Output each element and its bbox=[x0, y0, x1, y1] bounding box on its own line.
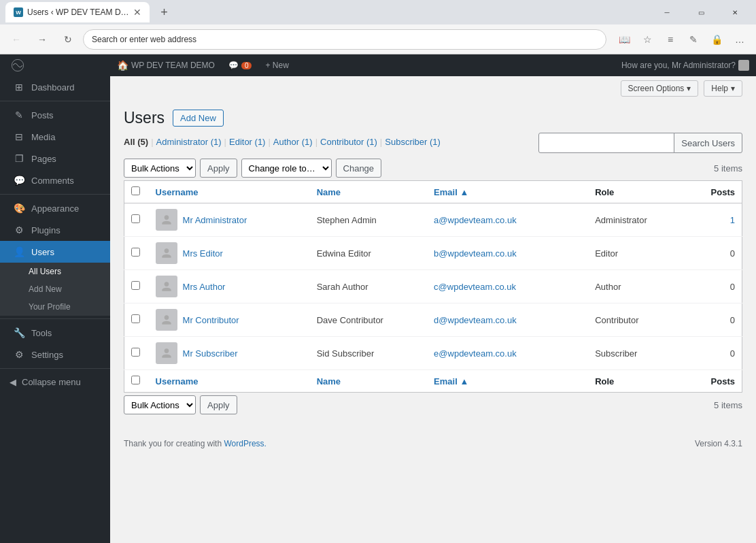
user-link-0[interactable]: Mr Administrator bbox=[156, 209, 247, 231]
row-posts-1: 0 bbox=[683, 237, 742, 270]
address-bar[interactable]: Search or enter web address bbox=[83, 29, 606, 50]
admin-bar-new[interactable]: + New bbox=[258, 54, 295, 76]
sidebar-label-comments: Comments bbox=[31, 176, 74, 186]
sidebar-item-comments[interactable]: 💬 Comments bbox=[0, 169, 110, 191]
user-avatar-3 bbox=[156, 309, 177, 331]
back-button[interactable]: ← bbox=[5, 29, 27, 50]
email-link-4[interactable]: e@wpdevteam.co.uk bbox=[434, 348, 517, 359]
admin-bar-site[interactable]: 🏠 WP DEV TEAM DEMO bbox=[110, 54, 222, 76]
filter-tabs: All (5) | Administrator (1) | Editor (1)… bbox=[124, 137, 441, 147]
help-button[interactable]: Help ▾ bbox=[704, 80, 742, 97]
email-link-1[interactable]: b@wpdevteam.co.uk bbox=[434, 248, 517, 259]
filter-tab-author[interactable]: Author (1) bbox=[273, 137, 313, 147]
row-username-4: Mr Subscriber bbox=[149, 337, 310, 370]
username-sort-link-bottom[interactable]: Username bbox=[156, 376, 199, 386]
extensions-icon[interactable]: 🔒 bbox=[706, 29, 727, 50]
add-new-button[interactable]: Add New bbox=[173, 110, 224, 127]
row-checkbox-0 bbox=[124, 203, 149, 237]
sidebar-item-plugins[interactable]: ⚙ Plugins bbox=[0, 219, 110, 241]
change-role-select[interactable]: Change role to… bbox=[241, 159, 332, 178]
edit-icon[interactable]: ✎ bbox=[683, 29, 704, 50]
reader-view-icon[interactable]: 📖 bbox=[613, 29, 635, 50]
row-select-3[interactable] bbox=[131, 314, 140, 323]
users-submenu: All Users Add New Your Profile bbox=[0, 263, 110, 316]
items-count-bottom: 5 items bbox=[714, 400, 742, 410]
users-table: Username Name Email ▲ Role Posts bbox=[124, 180, 742, 393]
sidebar-label-appearance: Appearance bbox=[31, 203, 79, 214]
row-select-4[interactable] bbox=[131, 348, 140, 357]
collapse-menu-item[interactable]: ◀ Collapse menu bbox=[0, 372, 110, 393]
toolbar-bottom: Bulk Actions Apply 5 items bbox=[124, 395, 742, 414]
apply-button-bottom[interactable]: Apply bbox=[200, 395, 237, 414]
search-input[interactable] bbox=[538, 133, 674, 153]
email-sort-link[interactable]: Email ▲ bbox=[434, 187, 468, 197]
forward-button[interactable]: → bbox=[31, 29, 53, 50]
sidebar-item-media[interactable]: ⊟ Media bbox=[0, 126, 110, 148]
new-tab-button[interactable]: + bbox=[155, 3, 174, 22]
name-sort-link[interactable]: Name bbox=[317, 187, 341, 197]
submenu-your-profile[interactable]: Your Profile bbox=[0, 298, 110, 316]
th-checkbox bbox=[124, 181, 149, 203]
minimize-button[interactable]: ─ bbox=[651, 2, 683, 22]
sidebar-item-settings[interactable]: ⚙ Settings bbox=[0, 344, 110, 365]
username-sort-link[interactable]: Username bbox=[156, 187, 199, 197]
sidebar-item-pages[interactable]: ❐ Pages bbox=[0, 148, 110, 169]
row-select-0[interactable] bbox=[131, 214, 140, 223]
row-select-2[interactable] bbox=[131, 281, 140, 290]
comments-badge: 0 bbox=[241, 62, 252, 69]
row-name-3: Dave Contributor bbox=[310, 303, 427, 337]
filter-tab-subscriber[interactable]: Subscriber (1) bbox=[385, 137, 441, 147]
filter-tab-contributor[interactable]: Contributor (1) bbox=[320, 137, 377, 147]
select-all-checkbox-top[interactable] bbox=[131, 186, 140, 195]
wp-logo[interactable] bbox=[10, 57, 26, 73]
menu-icon[interactable]: ≡ bbox=[659, 29, 681, 50]
sidebar-item-posts[interactable]: ✎ Posts bbox=[0, 104, 110, 126]
home-icon: 🏠 bbox=[117, 60, 128, 71]
restore-button[interactable]: ▭ bbox=[685, 2, 717, 22]
bookmark-icon[interactable]: ☆ bbox=[636, 29, 658, 50]
tab-close-btn[interactable]: ✕ bbox=[133, 7, 141, 18]
row-posts-2: 0 bbox=[683, 270, 742, 303]
search-users-button[interactable]: Search Users bbox=[674, 133, 742, 153]
email-sort-link-bottom[interactable]: Email ▲ bbox=[434, 376, 468, 386]
admin-bar-comments[interactable]: 💬 0 bbox=[222, 54, 259, 76]
row-checkbox-4 bbox=[124, 337, 149, 370]
email-link-0[interactable]: a@wpdevteam.co.uk bbox=[434, 215, 517, 225]
bulk-actions-select-top[interactable]: Bulk Actions bbox=[124, 159, 196, 178]
select-all-checkbox-bottom[interactable] bbox=[131, 376, 140, 384]
submenu-all-users[interactable]: All Users bbox=[0, 263, 110, 280]
apply-button-top[interactable]: Apply bbox=[200, 159, 237, 178]
sidebar-item-tools[interactable]: 🔧 Tools bbox=[0, 322, 110, 344]
sidebar-label-plugins: Plugins bbox=[31, 225, 61, 235]
sidebar-item-appearance[interactable]: 🎨 Appearance bbox=[0, 197, 110, 219]
screen-options-chevron: ▾ bbox=[687, 84, 691, 93]
footer-wp-link[interactable]: WordPress. bbox=[224, 439, 266, 448]
sidebar-item-dashboard[interactable]: ⊞ Dashboard bbox=[0, 76, 110, 98]
screen-options-button[interactable]: Screen Options ▾ bbox=[621, 80, 699, 97]
email-link-2[interactable]: c@wpdevteam.co.uk bbox=[434, 282, 516, 292]
browser-tab[interactable]: W Users ‹ WP DEV TEAM D… ✕ bbox=[5, 2, 150, 22]
filter-tab-editor[interactable]: Editor (1) bbox=[229, 137, 265, 147]
user-link-4[interactable]: Mr Subscriber bbox=[156, 342, 238, 364]
user-link-1[interactable]: Mrs Editor bbox=[156, 242, 223, 264]
user-link-2[interactable]: Mrs Author bbox=[156, 276, 226, 297]
sidebar-item-users[interactable]: 👤 Users bbox=[0, 241, 110, 263]
comments-icon: 💬 bbox=[12, 175, 26, 186]
filter-tab-administrator[interactable]: Administrator (1) bbox=[156, 137, 222, 147]
user-link-3[interactable]: Mr Contributor bbox=[156, 309, 239, 331]
posts-icon: ✎ bbox=[12, 110, 26, 120]
email-link-3[interactable]: d@wpdevteam.co.uk bbox=[434, 315, 517, 325]
footer-version: Version 4.3.1 bbox=[695, 439, 742, 448]
refresh-button[interactable]: ↻ bbox=[57, 29, 79, 50]
submenu-add-new[interactable]: Add New bbox=[0, 280, 110, 298]
browser-toolbar: ← → ↻ Search or enter web address 📖 ☆ ≡ … bbox=[0, 24, 756, 54]
filter-tab-all[interactable]: All (5) bbox=[124, 137, 148, 147]
close-button[interactable]: ✕ bbox=[719, 2, 751, 22]
posts-link-0[interactable]: 1 bbox=[730, 215, 735, 225]
name-sort-link-bottom[interactable]: Name bbox=[317, 376, 341, 386]
admin-bar-greeting[interactable]: How are you, Mr Administrator? bbox=[621, 60, 749, 71]
row-select-1[interactable] bbox=[131, 248, 140, 257]
change-button[interactable]: Change bbox=[336, 159, 382, 178]
bulk-actions-select-bottom[interactable]: Bulk Actions bbox=[124, 395, 196, 414]
more-icon[interactable]: … bbox=[729, 29, 751, 50]
